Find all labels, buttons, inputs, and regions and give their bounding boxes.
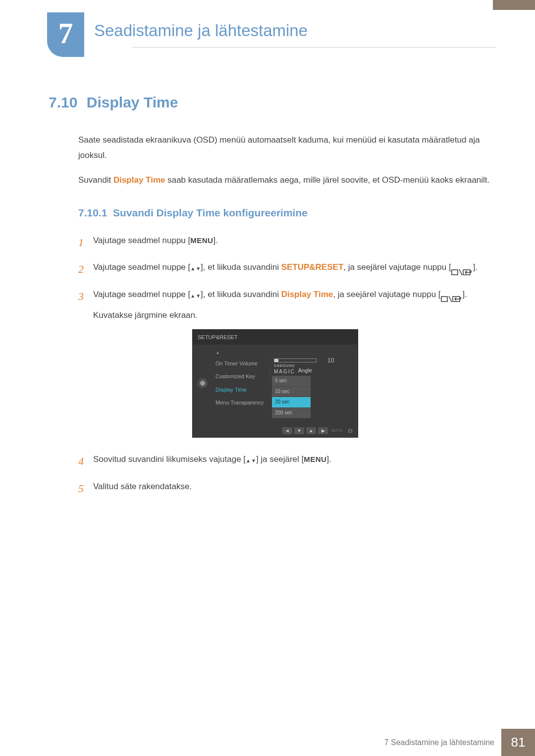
gear-icon bbox=[198, 379, 207, 388]
svg-line-4 bbox=[449, 296, 452, 302]
intro-p2-b: saab kasutada määratlemaks aega, mille j… bbox=[165, 175, 489, 185]
step-number: 5 bbox=[78, 479, 93, 499]
step-number: 2 bbox=[78, 259, 93, 280]
source-enter-icon bbox=[441, 291, 463, 299]
osd-menu: ▲ On Timer Volume Customized Key Display… bbox=[210, 348, 269, 418]
step-text: Vajutage seadmel nuppu [ bbox=[93, 236, 190, 245]
chapter-number-badge: 7 bbox=[47, 12, 84, 57]
step-text: Vajutage seadmel nuppe [ bbox=[93, 290, 190, 299]
osd-colon: : bbox=[269, 355, 272, 365]
step-text: Soovitud suvandini liikumiseks vajutage … bbox=[93, 454, 246, 464]
osd-row-display-time: : 5 sec 10 sec 20 sec 200 sec bbox=[269, 375, 353, 418]
step-body: Vajutage seadmel nuppe [], et liikuda su… bbox=[93, 259, 495, 280]
up-down-arrow-icon bbox=[190, 287, 201, 302]
steps-list: 1 Vajutage seadmel nuppu [MENU]. 2 Vajut… bbox=[78, 233, 495, 499]
osd-option-5sec: 5 sec bbox=[272, 376, 311, 387]
section-title: Display Time bbox=[87, 94, 178, 110]
osd-scroll-up-icon: ▲ bbox=[210, 349, 269, 357]
step-text: ], et liikuda suvandini bbox=[201, 262, 281, 272]
osd-menu-item-customized-key: Customized Key bbox=[210, 370, 269, 383]
up-down-arrow-icon bbox=[246, 452, 256, 467]
step-text: ], et liikuda suvandini bbox=[201, 290, 281, 299]
section-intro: Saate seadistada ekraanikuva (OSD) menüü… bbox=[78, 133, 495, 188]
osd-nav-bar: ◄ ▼ ▲ ▶ AUTO ⏻ bbox=[193, 425, 358, 437]
osd-nav-back-icon: ◄ bbox=[282, 427, 292, 434]
step-3: 3 Vajutage seadmel nuppe [], et liikuda … bbox=[78, 287, 495, 445]
svg-rect-3 bbox=[441, 297, 447, 302]
osd-panel: SETUP&RESET ▲ On Timer Volume Customized… bbox=[192, 329, 358, 438]
up-down-arrow-icon bbox=[190, 260, 201, 275]
step-text: , ja seejärel vajutage nuppu [ bbox=[333, 290, 440, 299]
svg-rect-0 bbox=[452, 270, 458, 275]
osd-option-20sec-selected: 20 sec bbox=[272, 397, 311, 408]
display-time-highlight: Display Time bbox=[281, 290, 333, 299]
samsung-magic-label: SAMSUNG MAGIC bbox=[274, 364, 295, 377]
osd-menu-item-timer-volume: On Timer Volume bbox=[210, 357, 269, 370]
step-number: 4 bbox=[78, 452, 93, 472]
menu-button-label: MENU bbox=[304, 455, 326, 463]
osd-option-10sec: 10 sec bbox=[272, 387, 311, 398]
intro-paragraph-2: Suvandit Display Time saab kasutada määr… bbox=[78, 173, 495, 188]
step-text: ]. bbox=[326, 454, 331, 464]
step-3-result-text: Kuvatakse järgmine ekraan. bbox=[93, 307, 495, 323]
osd-menu-item-display-time: Display Time bbox=[210, 383, 269, 396]
osd-nav-up-icon: ▲ bbox=[306, 427, 316, 434]
step-text: ]. bbox=[473, 262, 478, 272]
step-4: 4 Soovitud suvandini liikumiseks vajutag… bbox=[78, 452, 495, 472]
osd-title: SETUP&RESET bbox=[193, 330, 358, 345]
footer-chapter-label: 7 Seadistamine ja lähtestamine bbox=[384, 729, 501, 756]
intro-paragraph-1: Saate seadistada ekraanikuva (OSD) menüü… bbox=[78, 133, 495, 163]
step-body: Valitud säte rakendatakse. bbox=[93, 479, 495, 499]
step-number: 3 bbox=[78, 287, 93, 445]
step-text: ]. bbox=[213, 236, 217, 245]
osd-right-col: : 10 : SAMSUNG MAGIC bbox=[269, 348, 353, 418]
step-1: 1 Vajutage seadmel nuppu [MENU]. bbox=[78, 233, 495, 253]
step-text: , ja seejärel vajutage nuppu [ bbox=[343, 262, 451, 272]
osd-nav-enter-icon: ▶ bbox=[318, 427, 328, 434]
osd-volume-value: 10 bbox=[327, 355, 334, 366]
step-text: Vajutage seadmel nuppe [ bbox=[93, 262, 190, 272]
page-content: 7.10 Display Time Saate seadistada ekraa… bbox=[49, 94, 495, 506]
osd-menu-item-menu-transparency: Menu Transparency bbox=[210, 396, 269, 409]
page-footer: 7 Seadistamine ja lähtestamine 81 bbox=[0, 729, 535, 756]
subsection-number: 7.10.1 bbox=[78, 207, 107, 218]
osd-nav-power-icon: ⏻ bbox=[346, 427, 354, 434]
step-number: 1 bbox=[78, 233, 93, 253]
footer-page-number: 81 bbox=[501, 729, 535, 756]
subsection-title: Suvandi Display Time konfigureerimine bbox=[113, 207, 308, 218]
top-stripe bbox=[493, 0, 535, 10]
chapter-header: 7 Seadistamine ja lähtestamine bbox=[47, 12, 495, 54]
menu-button-label: MENU bbox=[190, 236, 213, 245]
osd-row-key: : SAMSUNG MAGIC Angle bbox=[269, 365, 353, 375]
osd-left-col bbox=[196, 348, 210, 418]
step-text: ]. bbox=[463, 290, 467, 299]
setup-reset-highlight: SETUP&RESET bbox=[281, 262, 344, 272]
svg-line-1 bbox=[459, 269, 462, 275]
section-number: 7.10 bbox=[49, 94, 77, 110]
osd-volume-slider bbox=[274, 358, 317, 362]
osd-option-200sec: 200 sec bbox=[272, 408, 311, 419]
chapter-underline bbox=[132, 47, 495, 48]
step-body: Soovitud suvandini liikumiseks vajutage … bbox=[93, 452, 495, 472]
chapter-number: 7 bbox=[58, 16, 73, 50]
osd-colon: : bbox=[269, 365, 272, 375]
step-2: 2 Vajutage seadmel nuppe [], et liikuda … bbox=[78, 259, 495, 280]
chapter-title: Seadistamine ja lähtestamine bbox=[94, 12, 495, 40]
osd-time-options: 5 sec 10 sec 20 sec 200 sec bbox=[272, 376, 311, 418]
intro-highlight: Display Time bbox=[113, 175, 165, 185]
intro-p2-a: Suvandit bbox=[78, 175, 113, 185]
source-enter-icon bbox=[451, 264, 473, 272]
step-body: Vajutage seadmel nuppe [], et liikuda su… bbox=[93, 287, 495, 445]
magic-text: MAGIC bbox=[274, 369, 295, 374]
osd-body: ▲ On Timer Volume Customized Key Display… bbox=[193, 345, 358, 425]
step-text: Valitud säte rakendatakse. bbox=[93, 482, 192, 491]
osd-screenshot: SETUP&RESET ▲ On Timer Volume Customized… bbox=[192, 329, 495, 438]
section-heading: 7.10 Display Time bbox=[49, 94, 495, 111]
magic-angle-text: Angle bbox=[298, 365, 312, 375]
step-5: 5 Valitud säte rakendatakse. bbox=[78, 479, 495, 499]
osd-nav-down-icon: ▼ bbox=[294, 427, 304, 434]
subsection-heading: 7.10.1 Suvandi Display Time konfigureeri… bbox=[78, 207, 495, 219]
osd-nav-auto-label: AUTO bbox=[330, 427, 344, 434]
samsung-text: SAMSUNG bbox=[274, 364, 295, 367]
step-text: ] ja seejärel [ bbox=[256, 454, 304, 464]
